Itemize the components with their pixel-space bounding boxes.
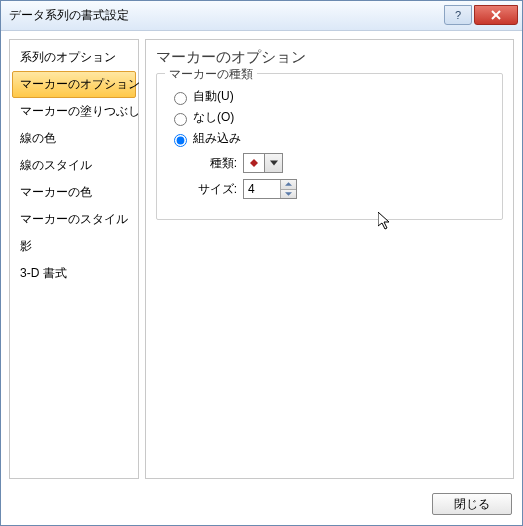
sidebar-item-marker-color[interactable]: マーカーの色 — [12, 179, 136, 206]
sidebar-item-label: マーカーの色 — [20, 185, 92, 199]
close-button[interactable]: 閉じる — [432, 493, 512, 515]
panel-title: マーカーのオプション — [156, 48, 503, 67]
dialog-body: 系列のオプション マーカーのオプション マーカーの塗りつぶし 線の色 線のスタイ… — [1, 31, 522, 487]
sidebar-item-marker-style[interactable]: マーカーのスタイル — [12, 206, 136, 233]
size-spinner — [243, 179, 297, 199]
size-input[interactable] — [244, 180, 280, 198]
sidebar-item-marker-fill[interactable]: マーカーの塗りつぶし — [12, 98, 136, 125]
marker-type-preview — [243, 153, 265, 173]
sidebar-item-label: 線の色 — [20, 131, 56, 145]
radio-label: 自動(U) — [193, 88, 234, 105]
radio-none-input[interactable] — [174, 113, 187, 126]
spinner-buttons — [280, 180, 296, 198]
radio-label: 組み込み — [193, 130, 241, 147]
titlebar-buttons: ? — [442, 5, 518, 27]
sidebar-item-label: 3-D 書式 — [20, 266, 67, 280]
sidebar-item-label: マーカーのスタイル — [20, 212, 128, 226]
sidebar-item-line-color[interactable]: 線の色 — [12, 125, 136, 152]
close-window-button[interactable] — [474, 5, 518, 25]
sidebar-item-label: マーカーの塗りつぶし — [20, 104, 140, 118]
chevron-down-icon — [270, 160, 278, 166]
marker-type-group: マーカーの種類 自動(U) なし(O) 組み込み 種類: — [156, 73, 503, 220]
radio-none[interactable]: なし(O) — [169, 109, 490, 126]
radio-auto[interactable]: 自動(U) — [169, 88, 490, 105]
help-button[interactable]: ? — [444, 5, 472, 25]
chevron-up-icon — [285, 182, 292, 186]
size-row: サイズ: — [187, 179, 490, 199]
marker-square-icon — [250, 159, 258, 167]
sidebar-item-label: マーカーのオプション — [20, 77, 140, 91]
spinner-down[interactable] — [281, 190, 296, 199]
help-icon: ? — [455, 9, 461, 21]
chevron-down-icon — [285, 192, 292, 196]
sidebar: 系列のオプション マーカーのオプション マーカーの塗りつぶし 線の色 線のスタイ… — [9, 39, 139, 479]
window-title: データ系列の書式設定 — [9, 7, 442, 24]
titlebar: データ系列の書式設定 ? — [1, 1, 522, 31]
sidebar-item-marker-options[interactable]: マーカーのオプション — [12, 71, 136, 98]
group-legend: マーカーの種類 — [165, 66, 257, 83]
sidebar-item-series-options[interactable]: 系列のオプション — [12, 44, 136, 71]
radio-auto-input[interactable] — [174, 92, 187, 105]
close-icon — [491, 10, 501, 20]
sidebar-item-3d-format[interactable]: 3-D 書式 — [12, 260, 136, 287]
radio-label: なし(O) — [193, 109, 234, 126]
sidebar-item-shadow[interactable]: 影 — [12, 233, 136, 260]
radio-builtin[interactable]: 組み込み — [169, 130, 490, 147]
dialog-footer: 閉じる — [1, 487, 522, 525]
sidebar-item-label: 影 — [20, 239, 32, 253]
type-row: 種類: — [187, 153, 490, 173]
type-label: 種類: — [187, 155, 237, 172]
spinner-up[interactable] — [281, 180, 296, 190]
radio-builtin-input[interactable] — [174, 134, 187, 147]
sidebar-item-label: 線のスタイル — [20, 158, 92, 172]
dialog-window: データ系列の書式設定 ? 系列のオプション マーカーのオプション マーカーの塗り… — [0, 0, 523, 526]
marker-type-dropdown[interactable] — [265, 153, 283, 173]
sidebar-item-label: 系列のオプション — [20, 50, 116, 64]
content-panel: マーカーのオプション マーカーの種類 自動(U) なし(O) 組み込み 種類: — [145, 39, 514, 479]
sidebar-item-line-style[interactable]: 線のスタイル — [12, 152, 136, 179]
size-label: サイズ: — [187, 181, 237, 198]
